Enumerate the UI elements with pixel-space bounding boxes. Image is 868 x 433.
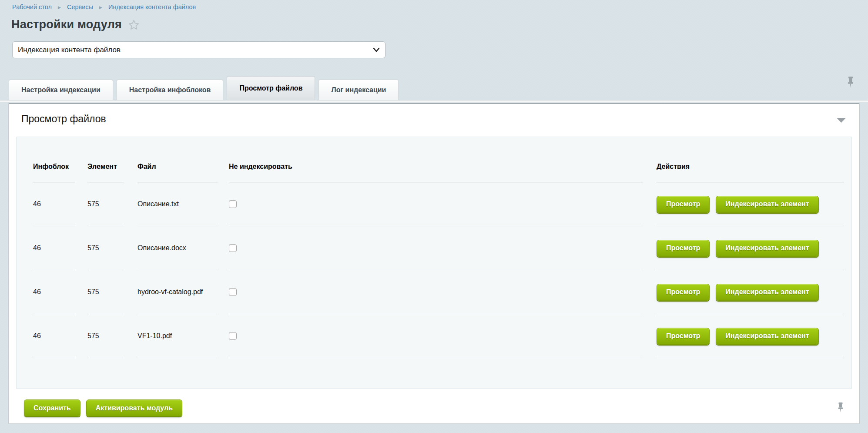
no-index-checkbox[interactable] (229, 244, 237, 252)
cell-file: Описание.docx (137, 226, 218, 270)
no-index-checkbox[interactable] (229, 200, 237, 208)
column-header-no-index: Не индексировать (229, 137, 643, 182)
page-header: Настройки модуля (11, 18, 868, 31)
cell-actions: Просмотр Индексировать элемент (657, 182, 844, 226)
index-element-button[interactable]: Индексировать элемент (716, 328, 818, 345)
column-header-actions: Действия (657, 137, 844, 182)
pin-icon[interactable] (837, 401, 845, 416)
table-row: 46 575 hydroo-vf-catalog.pdf Просмотр Ин… (33, 270, 851, 314)
cell-infoblock: 46 (33, 314, 75, 358)
collapse-arrow-icon[interactable] (836, 117, 846, 124)
table-row: 46 575 Описание.txt Просмотр Индексирова… (33, 182, 851, 226)
cell-no-index (229, 226, 643, 270)
view-button[interactable]: Просмотр (657, 196, 710, 213)
view-button[interactable]: Просмотр (657, 284, 710, 301)
cell-no-index (229, 314, 643, 358)
module-select[interactable]: Индексация контента файлов (12, 41, 385, 58)
breadcrumb-link-indexing[interactable]: Индексация контента файлов (108, 3, 196, 10)
breadcrumb-separator-icon: ▶ (58, 6, 61, 10)
cell-infoblock: 46 (33, 226, 75, 270)
tab-infoblock-settings[interactable]: Настройка инфоблоков (117, 80, 224, 100)
view-button[interactable]: Просмотр (657, 240, 710, 257)
cell-actions: Просмотр Индексировать элемент (657, 270, 844, 314)
cell-infoblock: 46 (33, 270, 75, 314)
breadcrumb: Рабочий стол ▶ Сервисы ▶ Индексация конт… (0, 0, 868, 10)
tab-index-settings[interactable]: Настройка индексации (9, 80, 113, 100)
no-index-checkbox[interactable] (229, 332, 237, 340)
cell-actions: Просмотр Индексировать элемент (657, 314, 844, 358)
column-header-file: Файл (137, 137, 218, 182)
cell-no-index (229, 270, 643, 314)
table-row: 46 575 VF1-10.pdf Просмотр Индексировать… (33, 314, 851, 358)
page-title: Настройки модуля (11, 18, 122, 31)
table-header-row: Инфоблок Элемент Файл Не индексировать Д… (33, 137, 851, 182)
index-element-button[interactable]: Индексировать элемент (716, 240, 818, 257)
table-body: 46 575 Описание.txt Просмотр Индексирова… (33, 182, 851, 358)
index-element-button[interactable]: Индексировать элемент (716, 196, 818, 213)
breadcrumb-link-desktop[interactable]: Рабочий стол (12, 3, 52, 10)
table-row: 46 575 Описание.docx Просмотр Индексиров… (33, 226, 851, 270)
view-button[interactable]: Просмотр (657, 328, 710, 345)
cell-infoblock: 46 (33, 182, 75, 226)
tab-bar: Настройка индексации Настройка инфоблоко… (0, 75, 868, 100)
cell-element: 575 (87, 314, 124, 358)
favorite-star-icon[interactable] (128, 19, 140, 30)
files-table-container: Инфоблок Элемент Файл Не индексировать Д… (17, 137, 851, 389)
panel-title: Просмотр файлов (9, 104, 859, 125)
cell-file: VF1-10.pdf (137, 314, 218, 358)
save-button[interactable]: Сохранить (24, 399, 80, 416)
breadcrumb-separator-icon: ▶ (99, 6, 102, 10)
index-element-button[interactable]: Индексировать элемент (716, 284, 818, 301)
breadcrumb-link-services[interactable]: Сервисы (67, 3, 93, 10)
panel-footer: Сохранить Активировать модуль (24, 399, 859, 416)
cell-file: Описание.txt (137, 182, 218, 226)
cell-element: 575 (87, 270, 124, 314)
no-index-checkbox[interactable] (229, 288, 237, 296)
cell-no-index (229, 182, 643, 226)
settings-panel: Просмотр файлов Инфоблок Элемент Файл Не… (8, 103, 860, 424)
cell-element: 575 (87, 226, 124, 270)
tab-index-log[interactable]: Лог индексации (318, 80, 399, 100)
column-header-element: Элемент (87, 137, 124, 182)
tab-strip-divider (0, 100, 868, 102)
tab-file-view[interactable]: Просмотр файлов (227, 76, 315, 100)
activate-module-button[interactable]: Активировать модуль (86, 399, 182, 416)
cell-element: 575 (87, 182, 124, 226)
module-select-wrap: Индексация контента файлов (12, 41, 385, 58)
pin-icon[interactable] (846, 75, 855, 91)
cell-file: hydroo-vf-catalog.pdf (137, 270, 218, 314)
column-header-infoblock: Инфоблок (33, 137, 75, 182)
cell-actions: Просмотр Индексировать элемент (657, 226, 844, 270)
